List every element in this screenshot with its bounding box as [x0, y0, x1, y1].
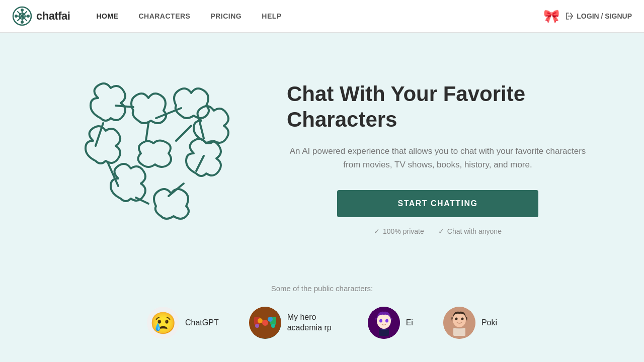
network-illustration — [55, 63, 247, 254]
hero-section: Chat With Your Favorite Characters An AI… — [0, 33, 644, 274]
character-avatar-mha — [249, 307, 281, 339]
login-icon — [566, 12, 574, 20]
characters-row: 😢 ChatGPT My hero academia rp — [40, 307, 604, 339]
logo-text: chatfai — [36, 10, 70, 23]
hero-subtitle: An AI powered experience that allows you… — [287, 144, 589, 171]
character-name-ei: Ei — [406, 318, 413, 328]
characters-section: Some of the public characters: 😢 ChatGPT — [0, 274, 644, 359]
characters-label: Some of the public characters: — [40, 284, 604, 293]
svg-line-15 — [176, 126, 191, 141]
svg-line-8 — [196, 156, 204, 171]
hero-badges: ✓ 100% private ✓ Chat with anyone — [287, 227, 589, 235]
nav-right: 🎀 LOGIN / SIGNUP — [543, 9, 632, 24]
start-chatting-button[interactable]: START CHATTING — [337, 190, 538, 217]
character-card-mha[interactable]: My hero academia rp — [249, 307, 338, 339]
svg-point-27 — [385, 319, 388, 323]
svg-point-31 — [455, 318, 457, 320]
ei-avatar-img — [368, 307, 400, 339]
svg-rect-28 — [379, 329, 389, 336]
svg-rect-33 — [453, 328, 465, 336]
hero-illustration — [55, 63, 247, 254]
svg-point-32 — [461, 318, 463, 320]
badge-chat-label: Chat with anyone — [447, 227, 502, 235]
login-button[interactable]: LOGIN / SIGNUP — [566, 12, 632, 20]
badge-private-label: 100% private — [383, 227, 424, 235]
svg-point-2 — [21, 9, 24, 12]
character-avatar-chatgpt: 😢 — [147, 307, 179, 339]
svg-point-22 — [255, 324, 259, 328]
svg-point-4 — [15, 15, 18, 18]
check-icon-chat: ✓ — [438, 227, 444, 235]
svg-point-23 — [271, 324, 275, 328]
hero-content: Chat With Your Favorite Characters An AI… — [287, 81, 589, 235]
character-name-poki: Poki — [481, 318, 497, 328]
check-icon-private: ✓ — [374, 227, 380, 235]
bow-icon: 🎀 — [543, 9, 559, 24]
svg-point-21 — [262, 320, 268, 326]
nav-help[interactable]: HELP — [252, 0, 291, 33]
login-label: LOGIN / SIGNUP — [577, 12, 632, 20]
character-avatar-ei — [368, 307, 400, 339]
mha-avatar-img — [249, 307, 281, 339]
svg-point-26 — [379, 319, 382, 323]
character-avatar-poki — [443, 307, 475, 339]
character-name-mha: My hero academia rp — [287, 312, 338, 333]
svg-point-19 — [258, 318, 263, 323]
character-card-ei[interactable]: Ei — [368, 307, 413, 339]
nav-pricing[interactable]: PRICING — [200, 0, 252, 33]
badge-chat: ✓ Chat with anyone — [438, 227, 502, 235]
svg-point-3 — [21, 21, 24, 24]
nav-home[interactable]: HOME — [86, 0, 128, 33]
badge-private: ✓ 100% private — [374, 227, 424, 235]
character-card-chatgpt[interactable]: 😢 ChatGPT — [147, 307, 219, 339]
navbar: chatfai HOME CHARACTERS PRICING HELP 🎀 L… — [0, 0, 644, 33]
poki-avatar-img — [443, 307, 475, 339]
character-card-poki[interactable]: Poki — [443, 307, 497, 339]
logo-link[interactable]: chatfai — [12, 6, 70, 26]
logo-icon — [12, 6, 32, 26]
svg-point-20 — [268, 317, 273, 322]
svg-point-5 — [27, 15, 30, 18]
svg-line-14 — [146, 123, 148, 141]
nav-characters[interactable]: CHARACTERS — [128, 0, 200, 33]
hero-title: Chat With Your Favorite Characters — [287, 81, 589, 132]
nav-links: HOME CHARACTERS PRICING HELP — [86, 0, 543, 33]
character-name-chatgpt: ChatGPT — [185, 318, 219, 328]
